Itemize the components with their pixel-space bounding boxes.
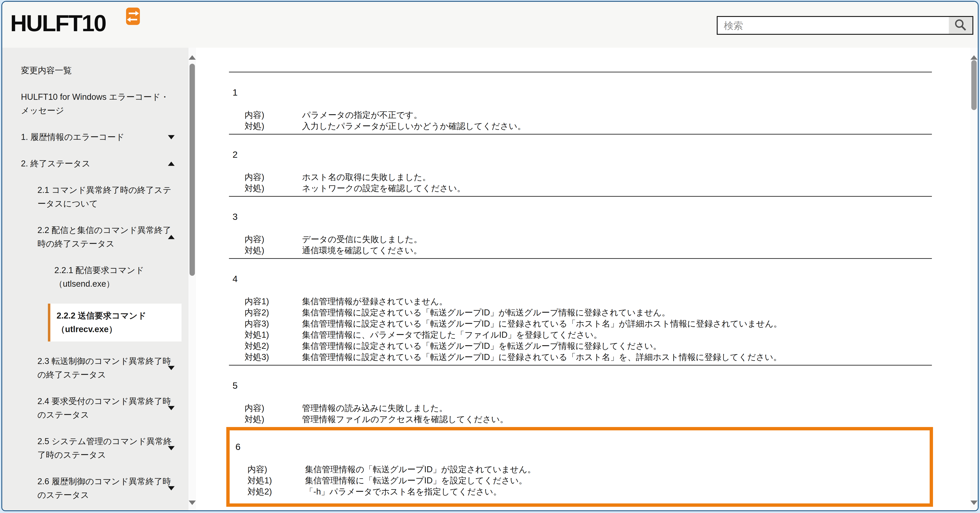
error-item: 5内容)管理情報の読み込みに失敗しました。対処)管理情報ファイルのアクセス権を確… [229, 365, 932, 427]
error-row: 対処2)「-h」パラメータでホスト名を指定してください。 [232, 486, 930, 497]
error-item-rows: 内容)管理情報の読み込みに失敗しました。対処)管理情報ファイルのアクセス権を確認… [229, 403, 932, 425]
error-row-label: 対処3) [245, 352, 302, 363]
app-logo: HULFT10 [10, 11, 106, 35]
error-row-label: 内容) [245, 109, 302, 121]
nav-item[interactable]: 2.5 システム管理のコマンド異常終了時のステータス [37, 435, 175, 462]
chevron-down-icon[interactable] [168, 486, 175, 491]
search-button[interactable] [949, 17, 972, 34]
nav-item-label: 2.3 転送制御のコマンド異常終了時の終了ステータス [37, 357, 171, 379]
error-item: 3内容)データの受信に失敗しました。対処)通信環境を確認してください。 [229, 196, 932, 258]
sidebar: 変更内容一覧HULFT10 for Windows エラーコード・メッセージ1.… [2, 48, 188, 510]
error-row-label: 対処) [245, 414, 302, 425]
error-row-text: 集信管理情報に、パラメータで指定した「ファイルID」を登録してください。 [302, 329, 932, 340]
error-row: 内容2)集信管理情報に設定されている「転送グループID」が転送グループ情報に登録… [229, 307, 932, 318]
error-item-rows: 内容)データの受信に失敗しました。対処)通信環境を確認してください。 [229, 234, 932, 256]
main-scrollbar-thumb[interactable] [971, 60, 977, 110]
error-item-number: 1 [232, 87, 932, 98]
nav-item[interactable]: 変更内容一覧 [21, 64, 175, 77]
error-item-rows: 内容)パラメータの指定が不正です。対処)入力したパラメータが正しいかどうか確認し… [229, 109, 932, 132]
error-row-text: データの受信に失敗しました。 [302, 234, 932, 245]
error-item-number: 2 [232, 149, 932, 160]
app-window: HULFT10 変更内容一覧HULFT10 for Windows エラーコード… [2, 1, 978, 511]
error-row-label: 対処2) [245, 340, 302, 352]
nav-item-label: HULFT10 for Windows エラーコード・メッセージ [21, 92, 169, 115]
error-row: 対処)入力したパラメータが正しいかどうか確認してください。 [229, 121, 932, 132]
main-content: 1内容)パラメータの指定が不正です。対処)入力したパラメータが正しいかどうか確認… [196, 48, 970, 510]
error-row: 対処1)集信管理情報に「転送グループID」を設定してください。 [232, 475, 930, 486]
error-row-label: 対処) [245, 245, 302, 256]
error-row: 内容)パラメータの指定が不正です。 [229, 109, 932, 121]
nav-item[interactable]: HULFT10 for Windows エラーコード・メッセージ [21, 90, 175, 117]
error-item: 4内容1)集信管理情報が登録されていません。内容2)集信管理情報に設定されている… [229, 258, 932, 365]
error-row: 対処)通信環境を確認してください。 [229, 245, 932, 256]
nav-item[interactable]: 2.1 コマンド異常終了時の終了ステータスについて [37, 183, 175, 210]
nav-item-label: 変更内容一覧 [21, 66, 72, 75]
error-row: 対処1)集信管理情報に、パラメータで指定した「ファイルID」を登録してください。 [229, 329, 932, 340]
chevron-down-icon[interactable] [168, 446, 175, 451]
error-row: 内容1)集信管理情報が登録されていません。 [229, 296, 932, 307]
scroll-up-icon[interactable] [189, 55, 196, 60]
search-input[interactable] [718, 17, 951, 34]
error-item-number: 6 [235, 441, 930, 452]
nav-item-label: 2.2.1 配信要求コマンド（utlsend.exe） [54, 266, 144, 288]
chevron-down-icon[interactable] [168, 406, 175, 410]
error-row-text: 集信管理情報に設定されている「転送グループID」を転送グループ情報に登録してくだ… [302, 340, 932, 352]
error-item-rows: 内容)集信管理情報の「転送グループID」が設定されていません。対処1)集信管理情… [232, 464, 930, 497]
chevron-up-icon[interactable] [168, 235, 175, 239]
nav-item[interactable]: 1. 履歴情報のエラーコード [21, 130, 175, 144]
chevron-down-icon[interactable] [168, 135, 175, 139]
error-row-label: 対処2) [247, 486, 305, 497]
chevron-up-icon[interactable] [168, 161, 175, 166]
scroll-down-icon[interactable] [970, 500, 978, 505]
error-item-number: 5 [232, 380, 932, 391]
nav-item[interactable]: 2.2 配信と集信のコマンド異常終了時の終了ステータス [37, 223, 175, 250]
error-row-label: 内容) [245, 234, 302, 245]
error-row-text: 「-h」パラメータでホスト名を指定してください。 [305, 486, 930, 497]
error-row-label: 内容) [247, 464, 305, 475]
error-row: 対処3)集信管理情報に設定されている「転送グループID」に登録されている「ホスト… [229, 352, 932, 363]
error-row-label: 内容) [245, 403, 302, 414]
nav-item[interactable]: 2.4 要求受付のコマンド異常終了時のステータス [37, 395, 175, 422]
error-item: 2内容)ホスト名の取得に失敗しました。対処)ネットワークの設定を確認してください… [229, 134, 932, 196]
nav-item-label: 2.6 履歴制御のコマンド異常終了時のステータス [37, 477, 171, 500]
error-row-text: 集信管理情報が登録されていません。 [302, 296, 932, 307]
error-row-text: パラメータの指定が不正です。 [302, 109, 932, 121]
transfer-arrows-icon [126, 8, 140, 25]
error-row-text: 管理情報ファイルのアクセス権を確認してください。 [302, 414, 932, 425]
error-row-text: 集信管理情報に「転送グループID」を設定してください。 [305, 475, 930, 486]
nav-item-active[interactable]: 2.2.2 送信要求コマンド（utlrecv.exe） [48, 304, 181, 341]
highlight-box: 6内容)集信管理情報の「転送グループID」が設定されていません。対処1)集信管理… [226, 427, 933, 507]
error-row-text: 集信管理情報に設定されている「転送グループID」に登録されている「ホスト名」を、… [302, 352, 932, 363]
nav-item-label: 2. 終了ステータス [21, 159, 91, 168]
nav-item[interactable]: 2.6 履歴制御のコマンド異常終了時のステータス [37, 475, 175, 502]
error-row: 内容3)集信管理情報に設定されている「転送グループID」に登録されている「ホスト… [229, 318, 932, 329]
error-row-text: 入力したパラメータが正しいかどうか確認してください。 [302, 121, 932, 132]
nav-item[interactable]: 2. 終了ステータス [21, 157, 175, 170]
error-row-label: 対処) [245, 183, 302, 194]
nav-item-label: 2.1 コマンド異常終了時の終了ステータスについて [37, 185, 172, 208]
error-row-text: ネットワークの設定を確認してください。 [302, 183, 932, 194]
error-item: 6内容)集信管理情報の「転送グループID」が設定されていません。対処1)集信管理… [230, 430, 930, 503]
error-row-label: 内容1) [245, 296, 302, 307]
chevron-down-icon[interactable] [168, 366, 175, 370]
error-row: 内容)管理情報の読み込みに失敗しました。 [229, 403, 932, 414]
sidebar-scrollbar[interactable] [188, 48, 196, 510]
error-row-label: 内容2) [245, 307, 302, 318]
error-row-label: 内容) [245, 172, 302, 183]
nav-item-label: 2.2.2 送信要求コマンド（utlrecv.exe） [57, 311, 146, 334]
error-row: 内容)ホスト名の取得に失敗しました。 [229, 172, 932, 183]
sidebar-scrollbar-thumb[interactable] [189, 64, 195, 276]
error-row: 内容)集信管理情報の「転送グループID」が設定されていません。 [232, 464, 930, 475]
error-row-label: 対処1) [245, 329, 302, 340]
main-scrollbar[interactable] [970, 48, 978, 510]
error-item-number: 3 [232, 211, 932, 222]
scroll-up-icon[interactable] [970, 55, 978, 60]
nav-item[interactable]: 2.2.1 配信要求コマンド（utlsend.exe） [54, 263, 175, 291]
search-box [717, 16, 973, 35]
error-item: 1内容)パラメータの指定が不正です。対処)入力したパラメータが正しいかどうか確認… [229, 72, 932, 134]
error-row-text: ホスト名の取得に失敗しました。 [302, 172, 932, 183]
nav-item-label: 1. 履歴情報のエラーコード [21, 132, 124, 142]
scroll-down-icon[interactable] [189, 500, 196, 505]
nav-item[interactable]: 2.3 転送制御のコマンド異常終了時の終了ステータス [37, 354, 175, 382]
error-row-text: 管理情報の読み込みに失敗しました。 [302, 403, 932, 414]
